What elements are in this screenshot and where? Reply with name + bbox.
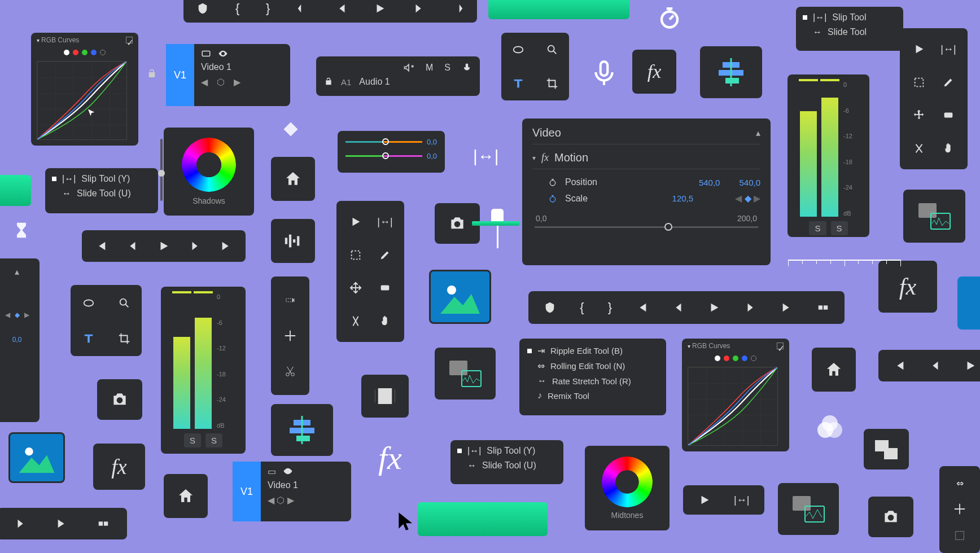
fx-button[interactable]: fx [632, 50, 676, 94]
play-icon[interactable] [374, 2, 386, 15]
marker-icon[interactable] [196, 2, 209, 15]
solo-l[interactable]: S [184, 433, 201, 447]
marker-icon[interactable] [544, 301, 556, 314]
colorwheel[interactable] [602, 457, 653, 507]
slip-tool-label[interactable]: Slip Tool [832, 12, 866, 23]
rgb-curves-panel[interactable]: ▾RGB Curves ✓ [31, 33, 138, 146]
solo-r[interactable]: S [205, 433, 222, 447]
video-track-header[interactable]: V1 Video 1 ◀⬡▶ [166, 44, 290, 106]
ellipse-icon[interactable] [512, 43, 524, 56]
checkbox-icon[interactable]: ✓ [126, 37, 133, 43]
move-icon[interactable] [953, 503, 966, 515]
rolling-tool[interactable]: Rolling Edit Tool (N) [550, 361, 625, 371]
eye-icon[interactable] [283, 466, 293, 476]
remix-tool[interactable]: Remix Tool [548, 391, 589, 401]
mute-label[interactable]: M [426, 63, 433, 73]
tool-grid-right[interactable]: |↔| [900, 28, 968, 169]
go-start-icon[interactable] [893, 359, 905, 372]
go-end-icon[interactable] [220, 240, 233, 252]
hand-icon[interactable] [942, 142, 955, 155]
step-back-icon[interactable] [335, 2, 348, 15]
transport-bar[interactable] [82, 230, 246, 262]
home-button[interactable] [812, 348, 856, 392]
dashed-rect-icon[interactable] [953, 529, 966, 542]
pos-y[interactable]: 540,0 [739, 178, 760, 187]
picture-thumb[interactable] [8, 432, 65, 483]
move-icon[interactable] [284, 330, 296, 342]
play-icon[interactable] [158, 240, 170, 252]
home-button[interactable] [164, 474, 208, 518]
rect-select-icon[interactable] [349, 249, 362, 261]
timeline-icon[interactable] [271, 404, 333, 456]
slide-u[interactable]: Slide Tool (U) [482, 460, 536, 471]
toolbar-top[interactable]: { } [183, 0, 477, 23]
move-icon[interactable] [913, 109, 925, 121]
curve-canvas[interactable] [688, 367, 778, 446]
step-back-icon[interactable] [929, 359, 941, 372]
crop-icon[interactable] [118, 332, 130, 345]
media-icon[interactable] [435, 348, 496, 400]
audio-bars-icon[interactable] [271, 219, 315, 263]
slip-slide-panel-top[interactable]: |↔| Slip Tool ↔ Slide Tool [796, 7, 903, 51]
rect-icon[interactable] [942, 109, 955, 121]
brace-close-icon[interactable]: } [266, 1, 270, 16]
range-slider[interactable] [535, 226, 758, 228]
transport-bar-4[interactable]: |↔| [683, 485, 764, 515]
unlock-icon[interactable] [324, 77, 333, 86]
razor-icon[interactable] [913, 142, 925, 155]
insert-left-icon[interactable] [296, 2, 309, 15]
picture-thumb[interactable] [429, 270, 491, 324]
step-forward-icon[interactable] [745, 301, 757, 314]
step-forward-icon[interactable] [189, 240, 202, 252]
playhead[interactable] [491, 209, 504, 248]
move-icon[interactable] [349, 282, 362, 294]
eye-icon[interactable] [218, 49, 228, 59]
midtones-panel[interactable]: Midtones [585, 446, 670, 530]
zoom-icon[interactable] [118, 297, 130, 309]
shadows-panel[interactable]: Shadows [164, 128, 254, 216]
solo-r[interactable]: S [831, 221, 848, 235]
track-select-icon[interactable] [284, 294, 296, 306]
rate-tool[interactable]: Rate Stretch Tool (R) [552, 376, 631, 386]
pos-x[interactable]: 540,0 [699, 178, 720, 187]
film-icon[interactable] [361, 375, 409, 418]
transport-bar-3[interactable] [878, 350, 980, 381]
edit-tool-list[interactable]: ⇥Ripple Edit Tool (B) ⇔Rolling Edit Tool… [519, 339, 666, 415]
slide-tool-label[interactable]: Slide Tool [828, 27, 867, 37]
step-back-icon[interactable] [126, 240, 138, 252]
ripple-tool[interactable]: Ripple Edit Tool (B) [550, 346, 623, 356]
play-icon[interactable] [708, 301, 720, 314]
crop-icon[interactable] [546, 77, 558, 90]
fx-button[interactable]: fx [93, 444, 145, 490]
effects-grid-2[interactable] [71, 285, 142, 356]
play-icon[interactable] [349, 216, 362, 228]
go-end-icon[interactable] [56, 517, 68, 530]
pen-icon[interactable] [942, 76, 955, 89]
picture-thumb[interactable] [957, 276, 980, 330]
go-start-icon[interactable] [95, 240, 107, 252]
camera-button[interactable] [97, 379, 142, 420]
camera-button[interactable] [868, 497, 913, 537]
audio-track-header[interactable]: M S A1 Audio 1 [316, 56, 480, 96]
lift-icon[interactable] [817, 301, 829, 314]
step-forward-icon[interactable] [413, 2, 425, 15]
razor-icon[interactable] [284, 365, 296, 378]
rect-select-icon[interactable] [913, 76, 925, 89]
text-icon[interactable] [512, 77, 524, 90]
slider[interactable] [160, 139, 163, 201]
audio-meter-panel-2[interactable]: 0 -6 -12 -18 -24 dB S S [161, 287, 246, 454]
tool-grid-center[interactable]: |↔| [336, 201, 404, 342]
hand-icon[interactable] [379, 315, 391, 327]
slip-slide-panel-left[interactable]: |↔| Slip Tool (Y) ↔ Slide Tool (U) [45, 168, 158, 213]
slip-slide-panel-bottom[interactable]: |↔| Slip Tool (Y) ↔ Slide Tool (U) [450, 440, 563, 484]
project-icon[interactable] [864, 429, 909, 469]
mute-icon[interactable] [403, 62, 414, 73]
tool-column-2[interactable]: ⇔ [939, 466, 980, 553]
step-forward-icon[interactable] [15, 517, 27, 530]
slide-tool-u[interactable]: Slide Tool (U) [77, 188, 131, 199]
checkbox-icon[interactable]: ✓ [777, 343, 784, 349]
curve-canvas[interactable] [37, 61, 127, 140]
dual-slider-panel[interactable]: 0,0 0,0 [338, 131, 445, 173]
lift-icon[interactable] [97, 517, 110, 530]
solo-label[interactable]: S [444, 63, 450, 73]
